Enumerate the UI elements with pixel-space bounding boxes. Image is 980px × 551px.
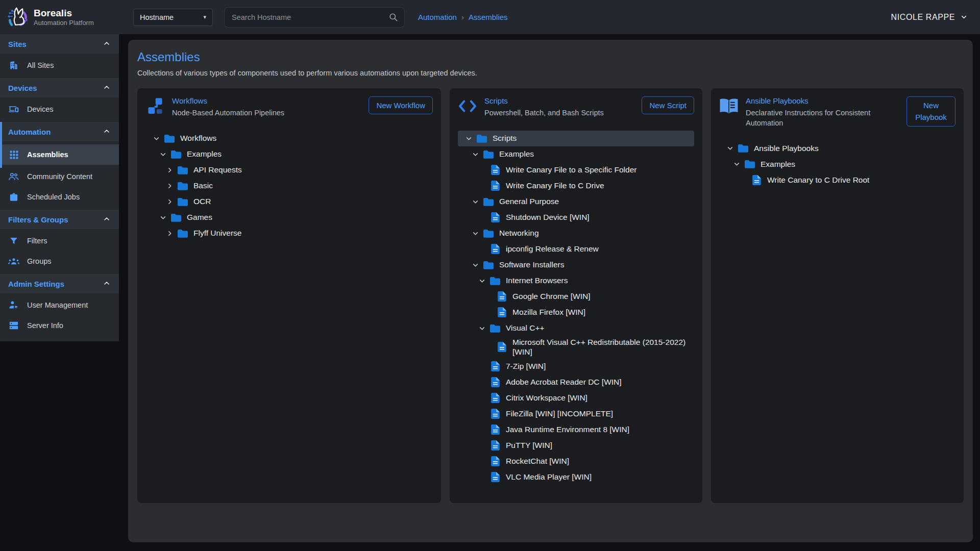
chevron-down-icon[interactable] [472,230,479,237]
file-icon [490,456,500,466]
tree-item-label: Mozilla Firefox [WIN] [512,306,585,318]
brand-area: Borealis Automation Platform [0,6,119,29]
tree-item-basic[interactable]: Basic [145,178,433,194]
chevron-down-icon[interactable] [726,145,733,152]
tree-item-write-canary-to-c-drive-root[interactable]: Write Canary to C Drive Root [719,172,955,188]
tree-item-shutdown-device-win[interactable]: Shutdown Device [WIN] [458,210,694,226]
tree-item-ansible-playbooks[interactable]: Ansible Playbooks [719,140,955,156]
card-title: Workflows [172,96,284,105]
tree-item-api-requests[interactable]: API Requests [145,162,433,178]
folder-icon [178,229,188,238]
sidebar-item-all-sites[interactable]: All Sites [0,57,119,74]
sidebar-item-filters[interactable]: Filters [0,232,119,249]
file-icon [490,212,500,222]
tree-item-write-canary-file-to-a-specific-folder[interactable]: Write Canary File to a Specific Folder [458,162,694,178]
tree-item-label: Scripts [493,132,517,144]
sidebar-section-header-admin-settings[interactable]: Admin Settings [0,274,119,293]
breadcrumb-automation[interactable]: Automation [418,13,457,21]
sidebar-item-community-content[interactable]: Community Content [0,168,119,185]
sidebar-section-header-automation[interactable]: Automation [0,122,119,141]
sidebar-item-user-management[interactable]: User Management [0,296,119,314]
chevron-down-icon[interactable] [478,325,485,332]
sidebar-item-label: Devices [27,105,54,113]
tree-item-workflows[interactable]: Workflows [145,131,433,146]
tree-item-examples[interactable]: Examples [458,146,694,162]
tree-item-software-installers[interactable]: Software Installers [458,257,694,273]
tree-item-filezilla-win-incomplete[interactable]: FileZilla [WIN] [INCOMPLETE] [458,406,694,421]
tree-item-rocketchat-win[interactable]: RocketChat [WIN] [458,453,694,469]
tree-item-internet-browsers[interactable]: Internet Browsers [458,273,694,289]
tree-item-ocr[interactable]: OCR [145,194,433,210]
tree-item-google-chrome-win[interactable]: Google Chrome [WIN] [458,289,694,305]
page-title: Assemblies [137,50,964,64]
user-name: NICOLE RAPPE [891,13,955,22]
tree-item-7-zip-win[interactable]: 7-Zip [WIN] [458,358,694,374]
folder-icon [171,213,181,222]
chevron-down-icon[interactable] [159,151,166,158]
breadcrumb-assemblies[interactable]: Assemblies [469,13,508,21]
tree-item-examples[interactable]: Examples [719,156,955,172]
sidebar-section-devices: DevicesDevices [0,78,119,118]
sidebar-section-header-sites[interactable]: Sites [0,34,119,54]
chevron-down-icon[interactable] [478,278,485,284]
card-header: WorkflowsNode-Based Automation Pipelines… [145,96,433,118]
tree-item-vlc-media-player-win[interactable]: VLC Media Player [WIN] [458,469,694,485]
chevron-down-icon[interactable] [159,214,166,221]
tree-item-scripts[interactable]: Scripts [458,131,694,146]
chevron-right-icon[interactable] [166,198,173,205]
folder-icon [178,197,188,206]
tree-item-label: Software Installers [499,259,565,271]
chevron-right-icon[interactable] [166,183,173,189]
sidebar-item-scheduled-jobs[interactable]: Scheduled Jobs [0,188,119,206]
tree-item-write-canary-file-to-c-drive[interactable]: Write Canary File to C Drive [458,178,694,194]
sidebar-section-header-filters-groups[interactable]: Filters & Groups [0,210,119,229]
sidebar-item-label: Scheduled Jobs [27,193,80,201]
sidebar-item-devices[interactable]: Devices [0,101,119,118]
tree-item-visual-c[interactable]: Visual C++ [458,320,694,336]
tree-item-ipconfig-release-renew[interactable]: ipconfig Release & Renew [458,241,694,257]
brand-subtitle: Automation Platform [34,19,94,27]
new-script-button[interactable]: New Script [642,96,694,114]
tree-item-microsoft-visual-c-redistributable-2015-2022-win[interactable]: Microsoft Visual C++ Redistributable (20… [458,336,694,359]
tree-item-adobe-acrobat-reader-dc-win[interactable]: Adobe Acrobat Reader DC [WIN] [458,374,694,390]
tree-item-games[interactable]: Games [145,210,433,226]
tree-item-label: PuTTY [WIN] [506,439,552,452]
file-icon [751,175,762,185]
search-box[interactable] [224,7,405,28]
file-icon [490,472,500,482]
chevron-down-icon[interactable] [465,135,472,142]
tree-item-networking[interactable]: Networking [458,226,694,241]
card-header: ScriptsPowershell, Batch, and Bash Scrip… [458,96,694,118]
tree-item-flyff-universe[interactable]: Flyff Universe [145,226,433,241]
sidebar-item-groups[interactable]: Groups [0,253,119,270]
chevron-down-icon[interactable] [153,135,160,142]
tree-item-general-purpose[interactable]: General Purpose [458,194,694,210]
sidebar-section-header-devices[interactable]: Devices [0,78,119,97]
tree-item-label: RocketChat [WIN] [506,455,569,467]
user-menu[interactable]: NICOLE RAPPE [891,13,968,22]
new-workflow-button[interactable]: New Workflow [369,96,433,114]
tree-item-citrix-workspace-win[interactable]: Citrix Workspace [WIN] [458,390,694,406]
new-playbook-button[interactable]: New Playbook [906,96,955,127]
card-header-text: Ansible PlaybooksDeclarative Instruction… [746,96,899,128]
chevron-down-icon[interactable] [733,161,740,167]
tree-item-examples[interactable]: Examples [145,146,433,162]
sidebar-section-label: Devices [8,84,37,92]
chevron-up-icon [103,279,111,289]
chevron-down-icon[interactable] [472,151,479,158]
caret-down-icon: ▾ [203,14,206,20]
sidebar-item-server-info[interactable]: Server Info [0,317,119,334]
sidebar-item-assemblies[interactable]: Assemblies [0,144,119,165]
tree-item-mozilla-firefox-win[interactable]: Mozilla Firefox [WIN] [458,305,694,320]
hostname-select[interactable]: Hostname ▾ [133,9,213,26]
groups-icon [8,256,19,267]
tree-item-java-runtime-environment-8-win[interactable]: Java Runtime Environment 8 [WIN] [458,421,694,437]
chevron-down-icon[interactable] [472,198,479,205]
file-icon [497,307,507,317]
workflow-icon [145,96,165,116]
chevron-right-icon[interactable] [166,230,173,237]
chevron-down-icon[interactable] [472,262,479,268]
search-input[interactable] [231,13,388,22]
chevron-right-icon[interactable] [166,167,173,173]
tree-item-putty-win[interactable]: PuTTY [WIN] [458,437,694,453]
